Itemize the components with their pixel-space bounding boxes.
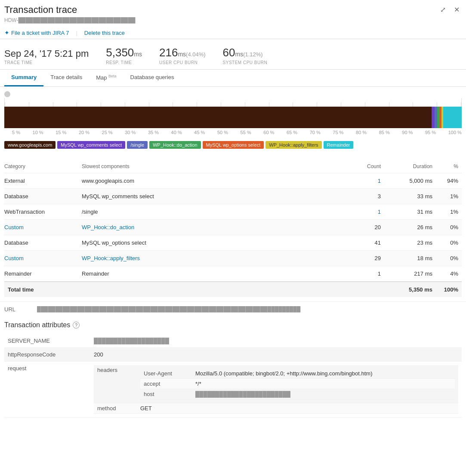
user-agent-key: User-Agent — [140, 369, 192, 379]
attr-val-http: 200 — [90, 348, 462, 362]
total-duration: 5,350 ms — [384, 282, 436, 297]
resp-time-label: RESP. TIME — [106, 60, 142, 65]
file-ticket-button[interactable]: ✦ File a ticket with JIRA 7 — [4, 29, 69, 36]
legend-item-wp_hook::do_action[interactable]: WP_Hook::do_action — [149, 141, 201, 149]
table-section: Category Slowest components Count Durati… — [0, 156, 466, 301]
total-label: Total time — [4, 282, 384, 297]
legend-item-/single[interactable]: /single — [127, 141, 148, 149]
row-component[interactable]: WP_Hook::do_action — [82, 220, 341, 235]
attr-row: SERVER_NAME ███████████████████ — [4, 334, 462, 348]
trace-time-value: Sep 24, '17 5:21 pm — [4, 48, 89, 59]
legend-item-mysql-wp_comments-select[interactable]: MySQL wp_comments select — [57, 141, 125, 149]
table-row: DatabaseMySQL wp_comments select333 ms1% — [4, 189, 462, 204]
row-category[interactable]: Custom — [4, 251, 82, 266]
timeline-segment-mysql-wp_comments-select — [432, 107, 435, 128]
attr-key-request: request — [4, 362, 90, 418]
metrics-bar: Sep 24, '17 5:21 pm TRACE TIME 5,350ms R… — [0, 39, 466, 70]
close-button[interactable]: ✕ — [451, 4, 462, 15]
resp-time-value: 5,350ms — [106, 46, 142, 59]
row-category: Database — [4, 189, 82, 204]
row-category: Database — [4, 235, 82, 251]
row-count[interactable]: 1 — [341, 204, 384, 220]
help-icon[interactable]: ? — [73, 322, 80, 329]
table-row: CustomWP_Hook::apply_filters2918 ms0% — [4, 251, 462, 266]
request-method-row: method GET — [94, 403, 458, 414]
header-subtitle: HDW-████████████████████████████████ — [4, 17, 136, 23]
table-row: CustomWP_Hook::do_action2026 ms0% — [4, 220, 462, 235]
col-count: Count — [341, 160, 384, 173]
host-key: host — [140, 389, 192, 399]
legend-item-mysql-wp_options-select[interactable]: MySQL wp_options select — [203, 141, 264, 149]
row-percent: 1% — [436, 189, 462, 204]
row-percent: 0% — [436, 235, 462, 251]
method-label: method — [94, 403, 137, 414]
row-category: Remainder — [4, 266, 82, 282]
tab-bar: Summary Trace details Map Beta Database … — [0, 70, 466, 87]
expand-button[interactable]: ⤢ — [438, 4, 448, 15]
method-value: GET — [137, 403, 458, 414]
timeline-bar — [4, 107, 462, 128]
legend: www.googleapis.comMySQL wp_comments sele… — [4, 138, 462, 156]
url-label: URL — [4, 306, 30, 313]
page-header: Transaction trace HDW-██████████████████… — [0, 0, 466, 39]
legend-item-wp_hook::apply_filters[interactable]: WP_Hook::apply_filters — [265, 141, 321, 149]
row-duration: 26 ms — [384, 220, 436, 235]
sys-cpu-block: 60ms(1.12%) SYSTEM CPU BURN — [223, 46, 268, 65]
attr-row-request: request headers User-Agent Mozilla/5.0 (… — [4, 362, 462, 418]
components-table: Category Slowest components Count Durati… — [4, 160, 462, 297]
col-category: Category — [4, 160, 82, 173]
table-row: Externalwww.googleapis.com15,000 ms94% — [4, 173, 462, 189]
row-count[interactable]: 1 — [341, 173, 384, 189]
tab-database-queries[interactable]: Database queries — [123, 70, 181, 86]
row-component[interactable]: WP_Hook::apply_filters — [82, 251, 341, 266]
user-cpu-value: 216ms(4.04%) — [159, 46, 206, 59]
header-accept: accept */* — [140, 379, 455, 389]
table-footer-row: Total time 5,350 ms 100% — [4, 282, 462, 297]
jira-icon: ✦ — [4, 29, 9, 36]
row-duration: 18 ms — [384, 251, 436, 266]
window-controls: ⤢ ✕ — [438, 4, 462, 15]
row-component: /single — [82, 204, 341, 220]
legend-item-www.googleapis.com[interactable]: www.googleapis.com — [4, 141, 56, 149]
accept-key: accept — [140, 379, 192, 389]
chart-area: 5 % 10 % 15 % 20 % 25 % 30 % 35 % 40 % 4… — [0, 87, 466, 156]
header-host: host ████████████████████████ — [140, 389, 455, 399]
table-row: RemainderRemainder1217 ms4% — [4, 266, 462, 282]
chart-indicator — [4, 91, 10, 97]
delete-trace-button[interactable]: Delete this trace — [84, 30, 125, 36]
timeline-segment-remainder — [443, 107, 462, 128]
tab-map[interactable]: Map Beta — [89, 70, 123, 86]
accept-value: */* — [192, 379, 455, 389]
row-duration: 5,000 ms — [384, 173, 436, 189]
row-duration: 217 ms — [384, 266, 436, 282]
row-percent: 94% — [436, 173, 462, 189]
legend-item-remainder[interactable]: Remainder — [324, 141, 354, 149]
attrs-title: Transaction attributes ? — [4, 321, 462, 329]
row-count: 29 — [341, 251, 384, 266]
col-slowest: Slowest components — [82, 160, 341, 173]
header-user-agent: User-Agent Mozilla/5.0 (compatible; bing… — [140, 369, 455, 379]
row-category[interactable]: Custom — [4, 220, 82, 235]
tab-summary[interactable]: Summary — [4, 70, 43, 86]
headers-content: User-Agent Mozilla/5.0 (compatible; bing… — [137, 365, 458, 403]
url-value: ████████████████████████████████████████… — [37, 306, 300, 313]
sys-cpu-label: SYSTEM CPU BURN — [223, 60, 268, 65]
host-value: ████████████████████████ — [192, 389, 455, 399]
row-count: 3 — [341, 189, 384, 204]
attr-key-http: httpResponseCode — [4, 348, 90, 362]
row-percent: 4% — [436, 266, 462, 282]
tab-trace-details[interactable]: Trace details — [43, 70, 89, 86]
row-duration: 33 ms — [384, 189, 436, 204]
col-duration: Duration — [384, 160, 436, 173]
header-actions: ✦ File a ticket with JIRA 7 | Delete thi… — [4, 27, 462, 39]
user-cpu-label: USER CPU BURN — [159, 60, 206, 65]
page-title: Transaction trace — [4, 4, 136, 15]
row-percent: 0% — [436, 220, 462, 235]
col-percent: % — [436, 160, 462, 173]
timeline-axis: 5 % 10 % 15 % 20 % 25 % 30 % 35 % 40 % 4… — [12, 128, 462, 138]
timeline-fill — [4, 107, 462, 128]
row-count: 20 — [341, 220, 384, 235]
file-ticket-label: File a ticket with JIRA 7 — [11, 30, 69, 36]
trace-time-label: TRACE TIME — [4, 60, 89, 65]
row-count: 1 — [341, 266, 384, 282]
